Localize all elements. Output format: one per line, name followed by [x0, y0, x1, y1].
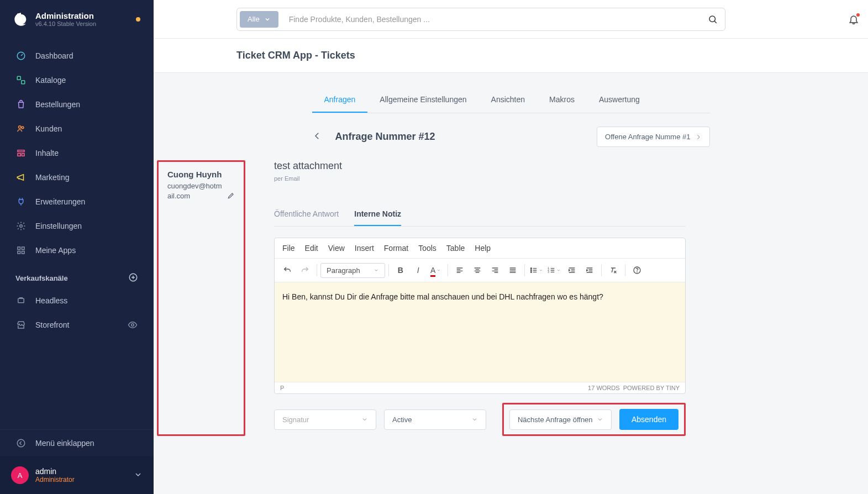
editor-statusbar: P 17 WORDS POWERED BY TINY: [275, 382, 685, 393]
gauge-icon: [15, 50, 27, 61]
menu-insert[interactable]: Insert: [355, 244, 374, 253]
redo-button[interactable]: [297, 262, 313, 278]
nav-label: Bestellungen: [35, 100, 80, 109]
word-count: 17 WORDS: [588, 385, 619, 391]
storefront-icon: [15, 319, 27, 330]
user-menu[interactable]: A admin Administrator: [0, 456, 154, 494]
numbered-list-button[interactable]: 123: [546, 262, 562, 278]
menu-view[interactable]: View: [328, 244, 345, 253]
tab-requests[interactable]: Anfragen: [312, 90, 368, 113]
help-button[interactable]: [629, 262, 645, 278]
chevron-down-icon: [264, 16, 271, 23]
reply-tab-public[interactable]: Öffentliche Antwort: [274, 204, 339, 226]
text-color-button[interactable]: A: [428, 262, 444, 278]
customer-card: Cuong Huynh cuongdev@hotmail.com: [157, 160, 245, 436]
menu-table[interactable]: Table: [446, 244, 465, 253]
notifications-button[interactable]: [841, 7, 866, 31]
nav-content[interactable]: Inhalte: [0, 141, 154, 165]
global-search: Alle: [236, 8, 725, 31]
svg-rect-9: [18, 247, 20, 250]
main: Alle Ticket CRM App - Tickets Anfragen A…: [154, 0, 868, 494]
nav-settings[interactable]: Einstellungen: [0, 214, 154, 238]
align-center-button[interactable]: [469, 262, 486, 278]
italic-button[interactable]: I: [410, 262, 427, 278]
bullet-list-button[interactable]: [528, 262, 545, 278]
menu-format[interactable]: Format: [384, 244, 408, 253]
next-action-select[interactable]: Nächste Anfrage öffnen: [509, 409, 612, 430]
nav-label: Meine Apps: [35, 246, 76, 255]
svg-point-20: [531, 271, 532, 272]
nav-my-apps[interactable]: Meine Apps: [0, 238, 154, 262]
eye-icon[interactable]: [127, 319, 138, 330]
headless-icon: [15, 295, 27, 306]
tab-macros[interactable]: Makros: [537, 90, 587, 113]
block-format-select[interactable]: Paragraph: [320, 263, 385, 278]
ticket-subject: test attachment: [274, 160, 686, 172]
signature-select[interactable]: Signatur: [274, 409, 376, 430]
tab-views[interactable]: Ansichten: [479, 90, 537, 113]
nav-marketing[interactable]: Marketing: [0, 165, 154, 190]
collapse-icon: [15, 438, 27, 449]
search-input[interactable]: [281, 8, 701, 30]
nav-orders[interactable]: Bestellungen: [0, 92, 154, 117]
nav-catalogs[interactable]: Kataloge: [0, 68, 154, 92]
channel-storefront[interactable]: Storefront: [0, 313, 154, 337]
breadcrumb: Ticket CRM App - Tickets: [236, 50, 868, 61]
svg-point-18: [531, 268, 532, 269]
menu-file[interactable]: File: [282, 244, 295, 253]
add-channel-button[interactable]: [128, 272, 138, 284]
nav-label: Erweiterungen: [35, 197, 85, 206]
status-select[interactable]: Active: [384, 409, 486, 430]
svg-rect-12: [22, 251, 25, 254]
clear-formatting-button[interactable]: [605, 262, 622, 278]
submit-button[interactable]: Absenden: [619, 409, 678, 430]
svg-rect-14: [18, 298, 24, 303]
indent-button[interactable]: [581, 262, 598, 278]
menu-help[interactable]: Help: [475, 244, 491, 253]
editor-textarea[interactable]: Hi Ben, kannst Du Dir die Anfrage bitte …: [275, 282, 685, 382]
nav-dashboard[interactable]: Dashboard: [0, 44, 154, 68]
align-justify-button[interactable]: [504, 262, 521, 278]
chevron-down-icon: [436, 266, 441, 275]
sidebar-nav: Dashboard Kataloge Bestellungen Kunden I…: [0, 38, 154, 429]
reply-tab-internal[interactable]: Interne Notiz: [354, 204, 401, 226]
avatar: A: [11, 466, 29, 484]
user-name: admin: [35, 467, 127, 476]
page-header: Anfrage Nummer #12 Offene Anfrage Numme …: [246, 127, 776, 147]
undo-button[interactable]: [279, 262, 296, 278]
tab-general-settings[interactable]: Allgemeine Einstellungen: [367, 90, 478, 113]
next-open-request-button[interactable]: Offene Anfrage Numme #1: [597, 127, 709, 147]
module-tabs: Anfragen Allgemeine Einstellungen Ansich…: [312, 90, 710, 113]
chevron-down-icon: [373, 267, 379, 273]
chevron-right-icon: [695, 134, 702, 140]
customer-email: cuongdev@hotmail.com: [167, 181, 224, 201]
back-button[interactable]: [312, 131, 322, 143]
align-right-button[interactable]: [487, 262, 503, 278]
reply-tabs: Öffentliche Antwort Interne Notiz: [274, 204, 686, 227]
nav-label: Kunden: [35, 124, 62, 133]
align-left-button[interactable]: [451, 262, 468, 278]
search-button[interactable]: [701, 8, 725, 30]
menu-tools[interactable]: Tools: [418, 244, 436, 253]
bold-button[interactable]: B: [392, 262, 409, 278]
search-filter-dropdown[interactable]: Alle: [240, 11, 278, 28]
outdent-button[interactable]: [564, 262, 580, 278]
svg-rect-7: [22, 154, 25, 156]
channel-headless[interactable]: Headless: [0, 288, 154, 313]
powered-by: POWERED BY TINY: [623, 385, 680, 391]
block-format-label: Paragraph: [327, 266, 360, 275]
editor-path: P: [280, 385, 284, 391]
nav-customers[interactable]: Kunden: [0, 117, 154, 141]
collapse-menu-button[interactable]: Menü einklappen: [0, 429, 154, 456]
megaphone-icon: [15, 172, 27, 183]
page-title: Anfrage Nummer #12: [335, 131, 435, 143]
submit-group: Nächste Anfrage öffnen Absenden: [502, 403, 686, 436]
svg-rect-5: [18, 150, 24, 152]
menu-edit[interactable]: Edit: [305, 244, 318, 253]
app-title: Administration: [35, 11, 129, 20]
editor-menubar: File Edit View Insert Format Tools Table…: [275, 238, 685, 259]
tab-reports[interactable]: Auswertung: [587, 90, 652, 113]
edit-customer-button[interactable]: [227, 192, 235, 201]
svg-point-8: [20, 225, 23, 228]
nav-extensions[interactable]: Erweiterungen: [0, 190, 154, 214]
